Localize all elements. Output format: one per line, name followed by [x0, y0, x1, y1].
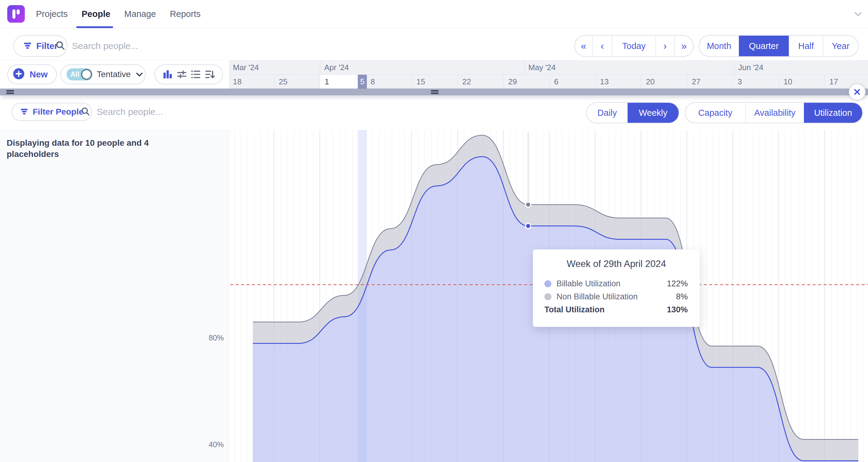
tooltip-row-label: Non Billable Utilization [557, 292, 676, 302]
range-switcher: MonthQuarterHalfYear [699, 35, 859, 57]
app-root: ProjectsPeopleManageReports Filter «‹Tod… [0, 0, 868, 462]
chart-tooltip: Week of 29th April 2024 Billable Utiliza… [533, 249, 700, 327]
timeline-dates-row: 1825181522296132027310175 [229, 75, 868, 89]
timeline-month-label: Mar '24 [229, 60, 320, 74]
top-nav: ProjectsPeopleManageReports [0, 0, 868, 28]
close-icon [852, 87, 862, 97]
today-badge: 5 [358, 75, 367, 89]
tooltip-total-value: 130% [667, 305, 688, 314]
timeline-months-row: Mar '24Apr '24May '24Jun '24 [229, 60, 868, 75]
search-icon [55, 40, 65, 52]
toggle-off-label: Tentative [97, 69, 131, 79]
timeline-week-label: 10 [779, 75, 825, 89]
y-axis-tick-label: 40% [182, 440, 224, 449]
view-options-group [155, 64, 223, 84]
mode-availability-button[interactable]: Availability [745, 103, 804, 123]
tooltip-row-value: 8% [676, 292, 688, 302]
chevron-down-icon[interactable] [134, 69, 145, 80]
tooltip-row-value: 122% [667, 279, 688, 288]
timeline-week-label: 27 [687, 75, 733, 89]
granularity-weekly-button[interactable]: Weekly [627, 103, 679, 123]
timeline-month-label: Apr '24 [320, 60, 524, 74]
granularity-switcher: DailyWeekly [586, 102, 679, 123]
sort-descending-icon[interactable] [205, 69, 215, 80]
new-button-label: New [30, 69, 48, 80]
pager-today-button[interactable]: Today [612, 36, 655, 56]
list-icon[interactable] [190, 69, 201, 80]
timeline-week-label: 22 [458, 75, 503, 89]
range-quarter-button[interactable]: Quarter [739, 36, 789, 56]
tooltip-total-label: Total Utilization [545, 305, 667, 314]
all-tentative-toggle[interactable]: All [66, 68, 93, 81]
search-people-top [55, 37, 203, 55]
drag-grip-icon[interactable] [431, 90, 438, 94]
granularity-daily-button[interactable]: Daily [587, 103, 627, 123]
nav-item-manage[interactable]: Manage [124, 9, 156, 19]
timeline-month-label: May '24 [524, 60, 734, 74]
filter-people-button[interactable]: Filter People [11, 103, 92, 121]
toggle-knob [81, 69, 92, 80]
filter-button-label: Filter [36, 41, 58, 51]
search-people-panel-input[interactable] [96, 106, 227, 117]
chevron-down-icon[interactable] [852, 8, 864, 21]
timeline-month-label: Jun '24 [734, 60, 868, 74]
legend-dot-icon [545, 280, 551, 287]
filter-people-label: Filter People [33, 107, 84, 117]
range-half-button[interactable]: Half [789, 36, 823, 56]
nav-item-reports[interactable]: Reports [170, 9, 201, 19]
pager-jump-forward-button[interactable]: » [674, 36, 693, 56]
plus-circle-icon [13, 68, 25, 81]
new-button[interactable]: New [7, 64, 57, 84]
toggle-on-label: All [70, 70, 79, 79]
pager-jump-back-button[interactable]: « [575, 36, 592, 56]
timeline-week-label: 25 [274, 75, 320, 89]
search-icon [81, 106, 90, 117]
nav-item-projects[interactable]: Projects [36, 9, 68, 19]
timeline-week-label: 18 [229, 75, 274, 89]
filter-icon [20, 107, 28, 117]
y-axis-tick-label: 80% [182, 334, 224, 342]
filter-icon [23, 41, 32, 51]
mode-utilization-button[interactable]: Utilization [804, 103, 862, 123]
tooltip-total-row: Total Utilization130% [545, 303, 688, 316]
tune-icon[interactable] [176, 69, 187, 80]
timeline-week-label: 15 [412, 75, 458, 89]
legend-dot-icon [545, 293, 551, 300]
mode-capacity-button[interactable]: Capacity [685, 103, 745, 123]
runn-logo-icon [7, 5, 25, 23]
range-year-button[interactable]: Year [823, 36, 858, 56]
timeline-week-label: 20 [641, 75, 687, 89]
pager-prev-button[interactable]: ‹ [592, 36, 612, 56]
timeline-week-label: 6 [549, 75, 595, 89]
mode-switcher: CapacityAvailabilityUtilization [685, 102, 863, 123]
panel-resize-bar[interactable] [0, 89, 868, 95]
tooltip-row: Non Billable Utilization8% [545, 290, 688, 303]
tooltip-title: Week of 29th April 2024 [533, 258, 700, 269]
search-people-input[interactable] [71, 40, 203, 52]
range-month-button[interactable]: Month [699, 36, 739, 56]
date-pager: «‹Today›» [574, 35, 694, 57]
search-people-panel [81, 103, 227, 120]
bar-chart-icon[interactable] [162, 69, 173, 80]
tentative-toggle-group: All Tentative [61, 64, 146, 84]
tooltip-row: Billable Utilization122% [545, 277, 688, 290]
tooltip-row-label: Billable Utilization [557, 279, 667, 288]
nav-item-people[interactable]: People [82, 9, 111, 19]
drag-grip-icon[interactable] [6, 90, 14, 94]
primary-nav: ProjectsPeopleManageReports [36, 0, 200, 28]
pager-next-button[interactable]: › [655, 36, 674, 56]
people-summary-panel [0, 130, 229, 462]
app-logo[interactable] [7, 5, 25, 23]
timeline-week-label: 29 [503, 75, 549, 89]
timeline-week-label: 8 [366, 75, 412, 89]
close-panel-button[interactable] [849, 84, 866, 100]
timeline-week-label: 13 [595, 75, 641, 89]
summary-text: Displaying data for 10 people and 4 plac… [7, 137, 164, 160]
timeline-week-label: 3 [733, 75, 779, 89]
